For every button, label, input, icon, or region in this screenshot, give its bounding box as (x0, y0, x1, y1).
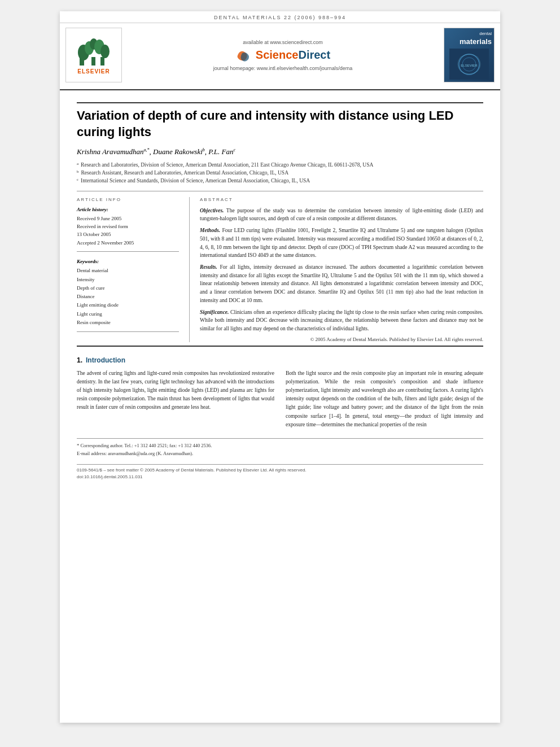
abstract-objectives: Objectives. The purpose of the study was… (200, 207, 483, 223)
affiliations: a Research and Laboratories, Division of… (77, 161, 483, 185)
affil-b: b Research Assistant, Research and Labor… (77, 169, 483, 177)
abstract-significance: Significance. Clinicians often an experi… (200, 308, 483, 333)
article-info-col: ARTICLE INFO Article history: Received 9… (77, 197, 190, 342)
keyword-4: Distance (77, 292, 179, 301)
keywords-section: Keywords: Dental material Intensity Dept… (77, 259, 179, 327)
keyword-2: Intensity (77, 276, 179, 284)
abstract-text: Objectives. The purpose of the study was… (200, 207, 483, 333)
email-footnote: E-mail address: aravamudhank@ada.org (K.… (77, 450, 483, 458)
revised-label: Received in revised form (77, 222, 179, 230)
keyword-5: Light emitting diode (77, 301, 179, 309)
footnotes: * Corresponding author. Tel.: +1 312 440… (77, 438, 483, 457)
elsevier-tree-icon (77, 36, 111, 67)
sciencedirect-icon (235, 47, 253, 63)
footer-bar: 0109-5641/$ – see front matter © 2005 Ac… (77, 464, 483, 480)
dm-cover-text: dental materials (447, 30, 492, 47)
history-label: Article history: (77, 207, 179, 212)
elsevier-logo: ELSEVIER (65, 28, 122, 82)
header-content: ELSEVIER available at www.sciencedirect.… (60, 23, 500, 87)
introduction-two-col: The advent of curing lights and light-cu… (77, 369, 483, 429)
revised-date: 13 October 2005 (77, 230, 179, 238)
author-a-sup: a,* (144, 147, 150, 152)
footer-issn: 0109-5641/$ – see front matter © 2005 Ac… (77, 467, 483, 474)
received-date: Received 9 June 2005 (77, 215, 179, 222)
affil-divider (77, 191, 483, 191)
journal-homepage: journal homepage: www.intl.elsevierhealt… (213, 65, 353, 71)
author-a: Krishna Aravamudhan (77, 147, 144, 156)
article-info-heading: ARTICLE INFO (77, 197, 179, 202)
available-text: available at www.sciencedirect.com (243, 40, 323, 45)
keywords-divider (77, 331, 179, 332)
sciencedirect-logo: ScienceDirect (235, 47, 330, 63)
author-c-sup: c (234, 147, 236, 152)
journal-top-bar: DENTAL MATERIALS 22 (2006) 988–994 (60, 11, 500, 23)
authors-line: Krishna Aravamudhana,*, Duane Rakowskib,… (77, 147, 483, 156)
affil-a: a Research and Laboratories, Division of… (77, 161, 483, 169)
svg-text:ELSEVIER: ELSEVIER (461, 64, 478, 67)
section-title-row: 1.Introduction (77, 355, 483, 365)
author-c: , P.L. Fan (205, 147, 234, 156)
accepted-date: Accepted 2 November 2005 (77, 239, 179, 247)
abstract-results: Results. For all lights, intensity decre… (200, 263, 483, 305)
article-page: DENTAL MATERIALS 22 (2006) 988–994 ELSEV… (60, 11, 500, 723)
svg-point-5 (100, 45, 110, 58)
keyword-3: Depth of cure (77, 284, 179, 292)
article-title: Variation of depth of cure and intensity… (77, 108, 483, 140)
abstract-methods: Methods. Four LED curing lights (Flashli… (200, 226, 483, 260)
footer-doi: doi:10.1016/j.dental.2005.11.031 (77, 474, 483, 480)
keyword-1: Dental material (77, 267, 179, 275)
intro-right-col: Both the light source and the resin comp… (286, 369, 483, 429)
corresponding-footnote: * Corresponding author. Tel.: +1 312 440… (77, 442, 483, 450)
keywords-title: Keywords: (77, 259, 179, 264)
header-middle: available at www.sciencedirect.com Scien… (128, 28, 438, 82)
journal-header: DENTAL MATERIALS 22 (2006) 988–994 ELSEV… (60, 11, 500, 90)
introduction-section: 1.Introduction The advent of curing ligh… (77, 355, 483, 429)
abstract-col: ABSTRACT Objectives. The purpose of the … (190, 197, 483, 342)
svg-rect-7 (100, 57, 104, 65)
dm-cover-image-icon: ELSEVIER (449, 49, 489, 80)
elsevier-label: ELSEVIER (77, 68, 110, 75)
sd-science-text: ScienceDirect (256, 49, 330, 62)
dental-materials-cover: dental materials ELSEVIER (444, 28, 495, 82)
keyword-7: Resin composite (77, 318, 179, 327)
affil-c: c International Science and Standards, D… (77, 177, 483, 185)
keyword-6: Light curing (77, 310, 179, 318)
svg-rect-6 (91, 57, 95, 65)
copyright-line: © 2005 Academy of Dental Materials. Publ… (200, 337, 483, 342)
intro-right-text: Both the light source and the resin comp… (286, 369, 483, 429)
intro-left-text: The advent of curing lights and light-cu… (77, 369, 274, 412)
top-divider (77, 102, 483, 103)
intro-left-col: The advent of curing lights and light-cu… (77, 369, 274, 429)
content-area: Variation of depth of cure and intensity… (60, 90, 500, 492)
abstract-heading: ABSTRACT (200, 197, 483, 202)
info-divider (77, 251, 179, 252)
body-divider (77, 346, 483, 347)
info-abstract-section: ARTICLE INFO Article history: Received 9… (77, 197, 483, 342)
author-b: , Duane Rakowski (150, 147, 203, 156)
